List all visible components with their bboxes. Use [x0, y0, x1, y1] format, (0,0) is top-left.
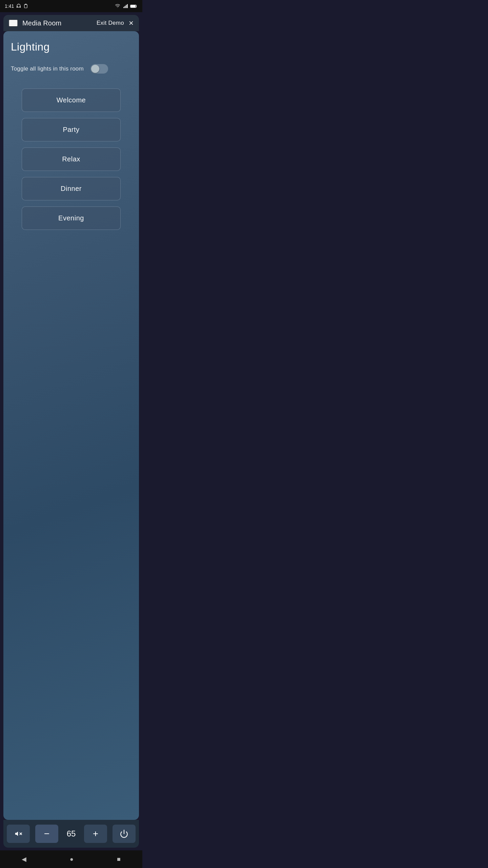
wifi-icon [115, 4, 121, 8]
scene-party-button[interactable]: Party [22, 118, 121, 141]
toggle-row: Toggle all lights in this room [11, 64, 131, 74]
android-back-button[interactable]: ◀ [14, 853, 35, 866]
svg-rect-4 [123, 7, 124, 8]
android-home-button[interactable]: ● [62, 853, 82, 866]
volume-x-icon [14, 830, 23, 837]
svg-rect-5 [125, 6, 125, 8]
bottom-controls: − 65 + [3, 820, 139, 848]
exit-demo-button[interactable]: Exit Demo [97, 20, 124, 26]
section-title: Lighting [11, 41, 131, 53]
room-title: Media Room [22, 19, 61, 27]
main-card: Lighting Toggle all lights in this room … [3, 31, 139, 820]
scene-welcome-button[interactable]: Welcome [22, 88, 121, 112]
volume-increase-button[interactable]: + [84, 825, 107, 843]
power-button[interactable] [113, 825, 136, 843]
mute-button[interactable] [7, 825, 30, 843]
svg-rect-6 [126, 5, 126, 8]
scene-relax-button[interactable]: Relax [22, 147, 121, 171]
plus-icon: + [93, 828, 98, 839]
scenes-list: Welcome Party Relax Dinner Evening [11, 88, 131, 809]
scene-dinner-button[interactable]: Dinner [22, 177, 121, 200]
android-recents-button[interactable]: ■ [109, 853, 129, 866]
headset-icon [16, 3, 21, 9]
volume-value: 65 [64, 829, 79, 839]
power-icon [120, 829, 128, 838]
svg-rect-7 [127, 4, 128, 8]
nav-bar: Media Room Exit Demo × [3, 15, 139, 31]
battery-icon [130, 4, 138, 8]
svg-point-0 [17, 4, 20, 7]
svg-rect-2 [20, 6, 21, 8]
close-button[interactable]: × [129, 19, 134, 27]
all-lights-toggle[interactable] [90, 64, 108, 74]
scene-evening-button[interactable]: Evening [22, 206, 121, 230]
volume-decrease-button[interactable]: − [35, 825, 58, 843]
svg-rect-9 [131, 5, 135, 7]
svg-rect-1 [17, 6, 18, 8]
status-bar: 1:41 [0, 0, 142, 12]
svg-rect-3 [24, 4, 27, 8]
clipboard-icon [23, 3, 28, 9]
toggle-label: Toggle all lights in this room [11, 65, 84, 72]
minus-icon: − [44, 828, 49, 839]
menu-button[interactable] [9, 20, 18, 26]
svg-marker-10 [15, 832, 18, 836]
status-time: 1:41 [5, 3, 14, 9]
signal-icon [123, 4, 128, 8]
android-nav-bar: ◀ ● ■ [0, 850, 142, 868]
